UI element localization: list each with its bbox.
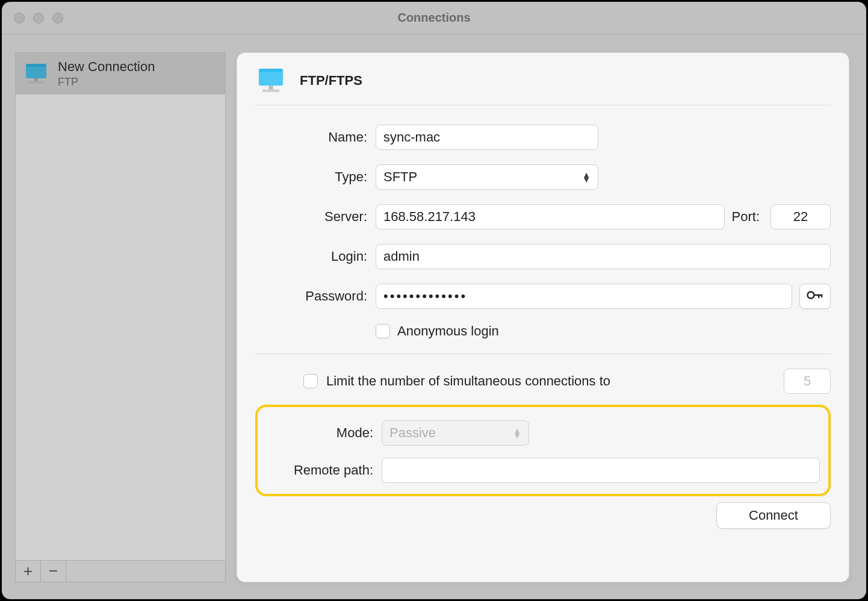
- connect-button[interactable]: Connect: [716, 502, 831, 529]
- sidebar-item-new-connection[interactable]: New Connection FTP: [16, 53, 225, 95]
- minimize-window-button[interactable]: [33, 13, 44, 23]
- connection-panel: FTP/FTPS Name: Type: SFTP ▲▼: [237, 52, 849, 582]
- sidebar: New Connection FTP + −: [15, 52, 226, 582]
- server-input[interactable]: [376, 204, 725, 229]
- updown-icon: ▲▼: [582, 172, 591, 182]
- type-value: SFTP: [383, 169, 417, 185]
- port-label: Port:: [732, 209, 760, 225]
- anonymous-label: Anonymous login: [397, 323, 499, 339]
- key-icon: [807, 290, 823, 302]
- network-drive-icon: [23, 61, 49, 87]
- remove-connection-button[interactable]: −: [41, 561, 66, 582]
- type-select[interactable]: SFTP ▲▼: [376, 164, 598, 190]
- svg-point-8: [808, 292, 814, 299]
- login-label: Login:: [255, 249, 376, 264]
- mode-select: Passive ▲▼: [382, 420, 529, 446]
- connections-list[interactable]: New Connection FTP: [15, 52, 226, 561]
- svg-rect-1: [26, 64, 46, 67]
- zoom-window-button[interactable]: [52, 13, 63, 23]
- svg-rect-7: [262, 89, 279, 92]
- close-window-button[interactable]: [14, 13, 25, 23]
- connections-window: Connections New Connection F: [2, 2, 866, 599]
- window-title: Connections: [2, 11, 866, 25]
- name-label: Name:: [255, 129, 376, 145]
- svg-rect-3: [29, 81, 43, 84]
- network-drive-icon: [255, 65, 287, 96]
- sidebar-footer: + −: [15, 561, 226, 582]
- remote-path-label: Remote path:: [261, 462, 382, 478]
- add-connection-button[interactable]: +: [16, 561, 41, 582]
- login-input[interactable]: [376, 244, 831, 269]
- password-input[interactable]: [376, 284, 792, 309]
- sidebar-item-subtitle: FTP: [58, 76, 155, 89]
- server-label: Server:: [255, 209, 376, 225]
- updown-icon: ▲▼: [513, 428, 521, 438]
- password-label: Password:: [255, 288, 376, 304]
- limit-connections-value[interactable]: 5: [784, 369, 831, 394]
- name-input[interactable]: [376, 125, 598, 150]
- mode-label: Mode:: [261, 425, 382, 441]
- panel-title: FTP/FTPS: [300, 73, 362, 89]
- anonymous-checkbox[interactable]: [376, 324, 390, 338]
- svg-rect-11: [821, 294, 822, 297]
- sidebar-item-title: New Connection: [58, 59, 155, 75]
- titlebar: Connections: [2, 2, 866, 34]
- svg-rect-5: [259, 69, 283, 72]
- highlighted-section: Mode: Passive ▲▼ Remote path:: [255, 405, 831, 496]
- key-button[interactable]: [799, 284, 831, 309]
- section-separator: [255, 353, 831, 354]
- traffic-lights: [14, 13, 63, 23]
- port-input[interactable]: [770, 204, 831, 229]
- svg-rect-10: [818, 294, 819, 298]
- mode-value: Passive: [389, 425, 436, 441]
- remote-path-input[interactable]: [382, 458, 820, 483]
- type-label: Type:: [255, 169, 376, 185]
- limit-connections-checkbox[interactable]: [303, 374, 318, 388]
- limit-connections-label: Limit the number of simultaneous connect…: [326, 373, 610, 389]
- content-area: New Connection FTP + −: [2, 34, 866, 599]
